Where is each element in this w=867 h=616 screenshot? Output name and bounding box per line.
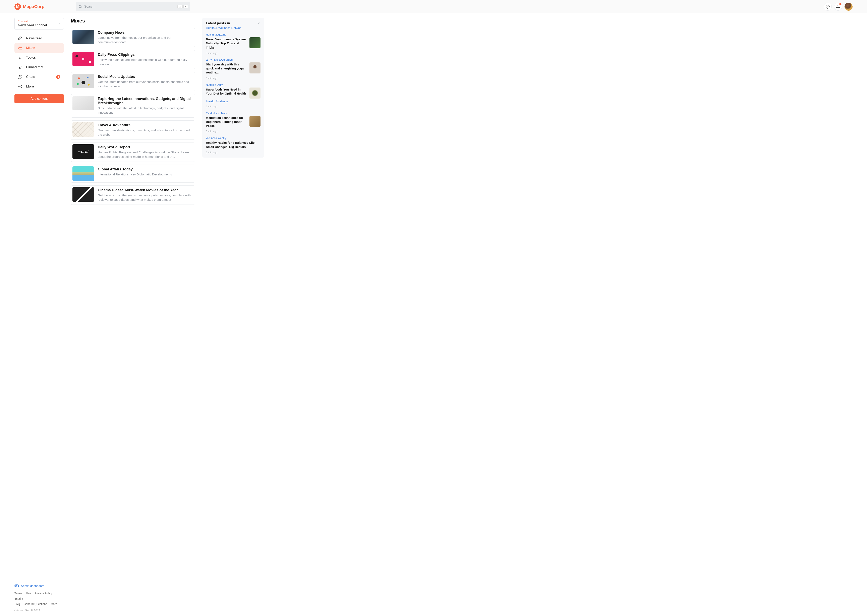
- mix-card[interactable]: Social Media UpdatesGet the latest updat…: [71, 72, 195, 91]
- mix-title: Daily World Report: [98, 145, 192, 149]
- mix-description: Human Rights: Progress and Challenges Ar…: [98, 150, 192, 159]
- mix-thumbnail: world: [72, 144, 94, 159]
- svg-point-14: [15, 585, 17, 586]
- mix-title: Exploring the Latest Innovations, Gadget…: [98, 97, 192, 105]
- post-thumbnail: [250, 88, 261, 99]
- post-time: 5 min ago: [206, 151, 261, 154]
- channel-name: News feed channel: [18, 23, 60, 27]
- footer-links: Terms of Use Privacy Policy Imprint FAQ …: [14, 591, 64, 607]
- post-item[interactable]: @FitnessGuruBlogStart your day with this…: [206, 55, 261, 80]
- mix-description: Stay updated with the latest in technolo…: [98, 106, 192, 115]
- footer-imprint[interactable]: Imprint: [14, 597, 23, 600]
- logo-mark-icon: [14, 3, 21, 10]
- nav-label: Topics: [26, 56, 36, 60]
- post-item[interactable]: Health MagazineBoost Your Immune System …: [206, 30, 261, 55]
- mixes-icon: [18, 46, 22, 50]
- post-time: 5 min ago: [206, 105, 261, 108]
- app-header: MegaCorp ⌘ F: [0, 0, 867, 13]
- admin-dashboard-link[interactable]: Admin dashboard: [14, 584, 64, 588]
- footer-faq[interactable]: FAQ: [14, 602, 20, 605]
- mix-card[interactable]: Cinema Digest. Must-Watch Movies of the …: [71, 185, 195, 205]
- post-time: 5 min ago: [206, 52, 261, 55]
- mix-description: Discover new destinations, travel tips, …: [98, 128, 192, 137]
- svg-line-8: [21, 56, 21, 60]
- notification-dot: [839, 3, 841, 5]
- mix-description: Follow the national and international me…: [98, 58, 192, 67]
- nav-label: News feed: [26, 36, 42, 40]
- post-time: 5 min ago: [206, 77, 261, 80]
- gear-icon: [826, 5, 830, 9]
- mix-thumbnail: [72, 30, 94, 44]
- mix-thumbnail: [72, 74, 94, 88]
- mix-card[interactable]: Daily Press ClippingsFollow the national…: [71, 50, 195, 69]
- post-title: Superfoods You Need in Your Diet for Opt…: [206, 88, 247, 96]
- sidebar: Channel News feed channel News feed Mixe…: [0, 13, 71, 616]
- svg-point-0: [79, 5, 81, 8]
- mix-card[interactable]: Travel & AdventureDiscover new destinati…: [71, 120, 195, 140]
- bell-icon: [836, 5, 840, 9]
- nav-pinned-mix[interactable]: Pinned mix: [14, 63, 64, 72]
- post-source: Health Magazine: [206, 33, 261, 36]
- post-item[interactable]: Mindfulness MattersMeditation Techniques…: [206, 108, 261, 133]
- nav-label: Pinned mix: [26, 65, 43, 69]
- mix-description: Get the scoop on the year's most anticip…: [98, 193, 192, 202]
- mix-description: International Relations: Key Diplomatic …: [98, 172, 172, 177]
- notifications-button[interactable]: [834, 3, 842, 11]
- post-title: Start your day with this quick and energ…: [206, 63, 247, 75]
- nav-mixes[interactable]: Mixes: [14, 43, 64, 53]
- mix-title: Company News: [98, 30, 192, 35]
- add-content-button[interactable]: Add content: [14, 94, 64, 104]
- mix-title: Cinema Digest. Must-Watch Movies of the …: [98, 188, 192, 192]
- settings-button[interactable]: [824, 3, 832, 11]
- mix-description: Latest news from the media, our organisa…: [98, 36, 192, 44]
- chat-icon: [18, 75, 22, 79]
- channel-label: Channel: [18, 20, 60, 23]
- post-tags[interactable]: #health #wellness: [206, 100, 261, 103]
- mix-title: Travel & Adventure: [98, 123, 192, 127]
- footer-general[interactable]: General Questions: [24, 602, 47, 605]
- post-time: 5 min ago: [206, 130, 261, 133]
- mix-card[interactable]: Exploring the Latest Innovations, Gadget…: [71, 94, 195, 118]
- post-source: Wellness Weekly: [206, 137, 261, 140]
- post-thumbnail: [250, 63, 261, 74]
- rp-title: Latest posts in: [206, 21, 242, 25]
- footer-more[interactable]: More: [51, 602, 60, 605]
- svg-line-1: [81, 7, 82, 8]
- mix-card[interactable]: worldDaily World ReportHuman Rights: Pro…: [71, 143, 195, 162]
- svg-rect-3: [19, 47, 22, 49]
- rp-network-link[interactable]: Health & Wellness Network: [206, 26, 242, 30]
- chevron-down-icon[interactable]: [257, 21, 261, 25]
- kbd-hints: ⌘ F: [177, 5, 188, 8]
- footer-privacy[interactable]: Privacy Policy: [35, 592, 52, 595]
- post-item[interactable]: Wellness WeeklyHealthy Habits for a Bala…: [206, 133, 261, 154]
- main-content: Mixes Company NewsLatest news from the m…: [71, 13, 195, 215]
- mix-card[interactable]: Company NewsLatest news from the media, …: [71, 28, 195, 47]
- nav-topics[interactable]: Topics: [14, 53, 64, 63]
- post-item[interactable]: Nutrition DailySuperfoods You Need in Yo…: [206, 80, 261, 108]
- svg-point-2: [827, 6, 828, 7]
- mix-thumbnail: [72, 96, 94, 110]
- user-avatar[interactable]: [845, 3, 853, 11]
- mix-title: Social Media Updates: [98, 75, 192, 79]
- nav-news-feed[interactable]: News feed: [14, 33, 64, 43]
- chevron-circle-down-icon: [18, 84, 22, 89]
- search-box[interactable]: ⌘ F: [76, 2, 190, 11]
- svg-point-11: [21, 77, 21, 77]
- brand-logo[interactable]: MegaCorp: [14, 3, 44, 10]
- pin-icon: [18, 65, 22, 69]
- page-title: Mixes: [71, 18, 195, 24]
- nav-more[interactable]: More: [14, 82, 64, 91]
- search-input[interactable]: [84, 5, 176, 8]
- post-title: Healthy Habits for a Balanced Life: Smal…: [206, 141, 261, 149]
- channel-selector[interactable]: Channel News feed channel: [14, 18, 64, 30]
- svg-point-10: [20, 77, 20, 77]
- mix-thumbnail: [72, 167, 94, 181]
- mix-card[interactable]: Global Affairs TodayInternational Relati…: [71, 165, 195, 183]
- footer-terms[interactable]: Terms of Use: [14, 592, 31, 595]
- nav-chats[interactable]: Chats 2: [14, 72, 64, 82]
- toggle-icon: [14, 585, 19, 587]
- post-title: Boost Your Immune System Naturally: Top …: [206, 37, 247, 50]
- mix-title: Daily Press Clippings: [98, 53, 192, 57]
- mix-thumbnail: [72, 122, 94, 137]
- svg-point-9: [19, 77, 20, 77]
